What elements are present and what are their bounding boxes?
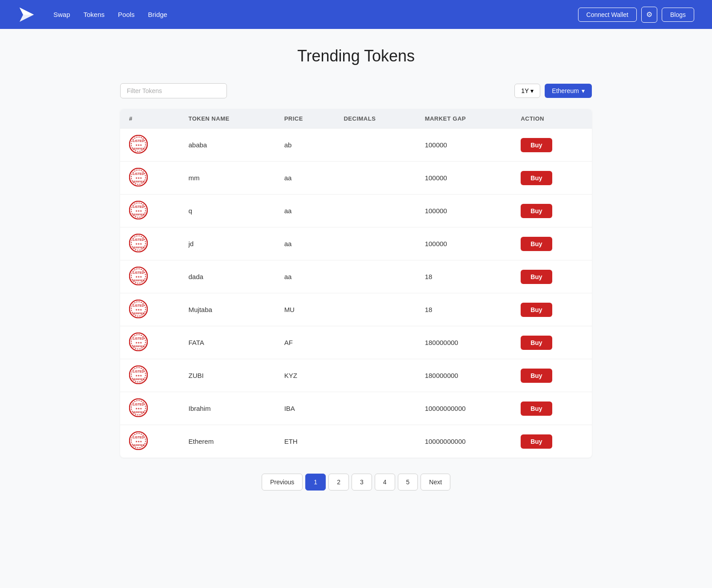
- svg-text:VERIFIED: VERIFIED: [132, 411, 145, 414]
- token-action-cell: Buy: [512, 359, 592, 392]
- page-5-button[interactable]: 5: [398, 474, 418, 491]
- svg-text:LISTED: LISTED: [133, 205, 144, 208]
- svg-text:★★★: ★★★: [135, 308, 142, 311]
- buy-button[interactable]: Buy: [521, 270, 552, 284]
- nav-tokens[interactable]: Tokens: [84, 11, 105, 18]
- table-header: # TOKEN NAME PRICE DECIMALS MARKET GAP A…: [120, 109, 592, 129]
- table-row: LISTED ★★★ VERIFIED MujtabaMU18Buy: [120, 293, 592, 326]
- table-row: LISTED ★★★ VERIFIED qaa100000Buy: [120, 195, 592, 227]
- page-title: Trending Tokens: [120, 47, 592, 65]
- svg-text:★★★: ★★★: [135, 210, 142, 212]
- buy-button[interactable]: Buy: [521, 336, 552, 350]
- token-name-cell: ZUBI: [179, 359, 275, 392]
- token-price-cell: AF: [275, 326, 335, 359]
- nav-bridge[interactable]: Bridge: [148, 11, 167, 18]
- table-row: LISTED ★★★ VERIFIED dadaaa18Buy: [120, 260, 592, 293]
- token-name-cell: dada: [179, 260, 275, 293]
- blogs-button[interactable]: Blogs: [662, 8, 694, 22]
- svg-text:★★★: ★★★: [135, 144, 142, 146]
- nav-links: Swap Tokens Pools Bridge: [53, 11, 578, 18]
- svg-text:LISTED: LISTED: [133, 139, 144, 142]
- token-price-cell: aa: [275, 260, 335, 293]
- right-controls: 1Y ▾ Ethereum ▾: [514, 84, 592, 98]
- token-decimals-cell: [335, 392, 416, 425]
- svg-text:★★★: ★★★: [135, 341, 142, 344]
- table-row: LISTED ★★★ VERIFIED FATAAF180000000Buy: [120, 326, 592, 359]
- token-decimals-cell: [335, 293, 416, 326]
- table-row: LISTED ★★★ VERIFIED ababaab100000Buy: [120, 129, 592, 162]
- page-1-button[interactable]: 1: [305, 474, 326, 491]
- buy-button[interactable]: Buy: [521, 237, 552, 251]
- token-market-gap-cell: 18: [416, 293, 512, 326]
- filter-input[interactable]: [120, 83, 227, 98]
- chevron-down-icon: ▾: [582, 87, 585, 94]
- token-stamp-icon: LISTED ★★★ VERIFIED: [129, 201, 148, 219]
- token-name-cell: Ibrahim: [179, 392, 275, 425]
- token-price-cell: ETH: [275, 425, 335, 458]
- token-stamp-icon: LISTED ★★★ VERIFIED: [129, 333, 148, 351]
- page-2-button[interactable]: 2: [328, 474, 349, 491]
- svg-marker-1: [20, 8, 34, 15]
- token-market-gap-cell: 18: [416, 260, 512, 293]
- token-icon-cell: LISTED ★★★ VERIFIED: [120, 260, 179, 293]
- svg-text:VERIFIED: VERIFIED: [132, 180, 145, 183]
- svg-text:VERIFIED: VERIFIED: [132, 279, 145, 282]
- svg-text:LISTED: LISTED: [133, 337, 144, 340]
- svg-text:LISTED: LISTED: [133, 238, 144, 241]
- next-button[interactable]: Next: [421, 474, 450, 491]
- token-icon-cell: LISTED ★★★ VERIFIED: [120, 359, 179, 392]
- svg-text:★★★: ★★★: [135, 407, 142, 410]
- svg-text:LISTED: LISTED: [133, 172, 144, 175]
- period-selector[interactable]: 1Y ▾: [514, 84, 540, 98]
- token-decimals-cell: [335, 162, 416, 195]
- token-action-cell: Buy: [512, 392, 592, 425]
- token-table: # TOKEN NAME PRICE DECIMALS MARKET GAP A…: [120, 109, 592, 458]
- token-action-cell: Buy: [512, 129, 592, 162]
- settings-button[interactable]: ⚙: [641, 7, 657, 23]
- token-price-cell: ab: [275, 129, 335, 162]
- connect-wallet-button[interactable]: Connect Wallet: [578, 8, 637, 22]
- table-row: LISTED ★★★ VERIFIED jdaa100000Buy: [120, 227, 592, 260]
- token-market-gap-cell: 100000: [416, 162, 512, 195]
- network-selector[interactable]: Ethereum ▾: [545, 84, 592, 98]
- buy-button[interactable]: Buy: [521, 401, 552, 416]
- token-decimals-cell: [335, 425, 416, 458]
- token-market-gap-cell: 100000: [416, 129, 512, 162]
- buy-button[interactable]: Buy: [521, 434, 552, 449]
- buy-button[interactable]: Buy: [521, 204, 552, 218]
- token-action-cell: Buy: [512, 425, 592, 458]
- page-4-button[interactable]: 4: [375, 474, 395, 491]
- nav-pools[interactable]: Pools: [118, 11, 135, 18]
- navbar-actions: Connect Wallet ⚙ Blogs: [578, 7, 694, 23]
- navbar: Swap Tokens Pools Bridge Connect Wallet …: [0, 0, 712, 29]
- token-action-cell: Buy: [512, 260, 592, 293]
- previous-button[interactable]: Previous: [262, 474, 303, 491]
- token-market-gap-cell: 10000000000: [416, 425, 512, 458]
- table-body: LISTED ★★★ VERIFIED ababaab100000Buy LIS…: [120, 129, 592, 458]
- svg-text:VERIFIED: VERIFIED: [132, 312, 145, 315]
- nav-swap[interactable]: Swap: [53, 11, 70, 18]
- token-icon-cell: LISTED ★★★ VERIFIED: [120, 326, 179, 359]
- buy-button[interactable]: Buy: [521, 369, 552, 383]
- svg-text:LISTED: LISTED: [133, 304, 144, 307]
- token-price-cell: aa: [275, 162, 335, 195]
- svg-text:LISTED: LISTED: [133, 271, 144, 274]
- chevron-down-icon: ▾: [530, 87, 534, 94]
- buy-button[interactable]: Buy: [521, 303, 552, 317]
- token-stamp-icon: LISTED ★★★ VERIFIED: [129, 300, 148, 318]
- table-row: LISTED ★★★ VERIFIED EtheremETH1000000000…: [120, 425, 592, 458]
- token-stamp-icon: LISTED ★★★ VERIFIED: [129, 398, 148, 417]
- page-3-button[interactable]: 3: [352, 474, 372, 491]
- period-label: 1Y: [521, 87, 529, 94]
- token-stamp-icon: LISTED ★★★ VERIFIED: [129, 234, 148, 252]
- svg-text:VERIFIED: VERIFIED: [132, 213, 145, 216]
- token-market-gap-cell: 100000: [416, 227, 512, 260]
- svg-text:VERIFIED: VERIFIED: [132, 345, 145, 348]
- controls-bar: 1Y ▾ Ethereum ▾: [120, 83, 592, 98]
- token-icon-cell: LISTED ★★★ VERIFIED: [120, 392, 179, 425]
- token-name-cell: jd: [179, 227, 275, 260]
- logo[interactable]: [18, 6, 36, 24]
- token-stamp-icon: LISTED ★★★ VERIFIED: [129, 135, 148, 154]
- buy-button[interactable]: Buy: [521, 138, 552, 152]
- buy-button[interactable]: Buy: [521, 171, 552, 185]
